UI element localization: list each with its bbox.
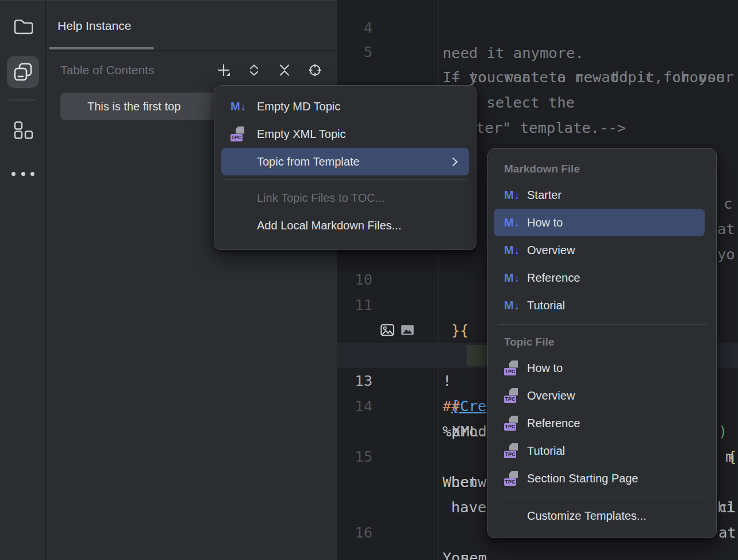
- menu-separator: [498, 324, 706, 325]
- toc-tree-item-label: This is the first top: [87, 100, 180, 113]
- expand-all-icon[interactable]: [247, 63, 261, 77]
- submenu-item-md-reference[interactable]: M↓ Reference: [494, 264, 705, 291]
- ide-window: Help Instance Table of Contents: [0, 0, 738, 560]
- menu-separator: [498, 497, 706, 497]
- menu-separator: [224, 179, 467, 180]
- topic-file-icon: TPC: [504, 416, 520, 431]
- toc-tree-item-selected[interactable]: This is the first top: [60, 93, 226, 120]
- submenu-section-header: Markdown File: [488, 157, 716, 181]
- menu-item-link-topic-files[interactable]: Link Topic Files to TOC...: [221, 184, 469, 212]
- markdown-file-icon: M↓: [230, 100, 251, 113]
- tool-window-title: Help Instance: [57, 1, 131, 51]
- editor-line-17: 17: [337, 545, 738, 560]
- submenu-item-topic-how-to[interactable]: TPC How to: [494, 354, 705, 382]
- markdown-file-icon: M↓: [504, 189, 520, 202]
- activity-bar-divider: [9, 99, 36, 101]
- topic-file-icon: TPC: [504, 388, 520, 404]
- submenu-item-topic-tutorial[interactable]: TPC Tutorial: [494, 437, 705, 465]
- submenu-item-topic-reference[interactable]: TPC Reference: [494, 409, 705, 437]
- submenu-section-header: Topic File: [488, 330, 716, 354]
- submenu-item-topic-overview[interactable]: TPC Overview: [494, 382, 705, 409]
- submenu-item-md-overview[interactable]: M↓ Overview: [494, 236, 705, 264]
- submenu-item-customize-templates[interactable]: Customize Templates...: [494, 502, 705, 530]
- menu-item-topic-from-template[interactable]: Topic from Template: [221, 148, 469, 175]
- image-preview-outline-icon[interactable]: [380, 272, 395, 287]
- editor-line-5: 5 If you want to re-add it for your: [337, 14, 738, 39]
- submenu-item-md-how-to[interactable]: M↓ How to: [494, 209, 705, 236]
- markdown-file-icon: M↓: [504, 299, 520, 312]
- submenu-item-topic-section-starting-page[interactable]: TPC Section Starting Page: [494, 465, 705, 492]
- add-topic-menu: M↓ Empty MD Topic TPC Empty XML Topic To…: [214, 85, 476, 250]
- markdown-file-icon: M↓: [504, 216, 520, 229]
- menu-item-empty-xml-topic[interactable]: TPC Empty XML Topic: [221, 120, 469, 148]
- project-folder-icon[interactable]: [13, 17, 33, 36]
- editor-line-4: 4 need it anymore.: [337, 0, 738, 15]
- heading-highlight: Wh: [467, 345, 487, 366]
- add-topic-button[interactable]: [217, 63, 230, 77]
- topic-file-icon: TPC: [230, 126, 251, 142]
- submenu-item-md-starter[interactable]: M↓ Starter: [494, 181, 705, 209]
- activity-bar: [0, 0, 46, 560]
- submenu-item-md-tutorial[interactable]: M↓ Tutorial: [494, 291, 705, 319]
- collapse-all-icon[interactable]: [278, 63, 291, 77]
- locate-selection-icon[interactable]: [308, 63, 322, 77]
- toc-tool-window: Help Instance Table of Contents: [46, 0, 337, 560]
- menu-item-add-local-markdown-files[interactable]: Add Local Markdown Files...: [221, 212, 469, 239]
- menu-item-empty-md-topic[interactable]: M↓ Empty MD Topic: [221, 93, 469, 120]
- active-tab-indicator: [49, 47, 154, 49]
- topic-file-icon: TPC: [504, 443, 520, 459]
- submenu-arrow-icon: [449, 157, 458, 166]
- image-preview-filled-icon[interactable]: [400, 272, 415, 287]
- topic-from-template-submenu: Markdown File M↓ Starter M↓ How to M↓ Ov…: [487, 148, 717, 538]
- tool-window-header: Help Instance: [46, 1, 337, 51]
- structure-icon[interactable]: [13, 121, 33, 140]
- markdown-file-icon: M↓: [504, 271, 520, 285]
- topic-file-icon: TPC: [504, 360, 520, 376]
- topic-file-icon: TPC: [504, 471, 520, 486]
- instances-tab-selected[interactable]: [7, 56, 39, 88]
- markdown-file-icon: M↓: [504, 244, 520, 257]
- toc-panel-title: Table of Contents: [60, 62, 154, 79]
- editor-line-5-wrap1: + to create a new topic, choose: [337, 39, 738, 64]
- more-tool-windows-icon[interactable]: [11, 172, 34, 176]
